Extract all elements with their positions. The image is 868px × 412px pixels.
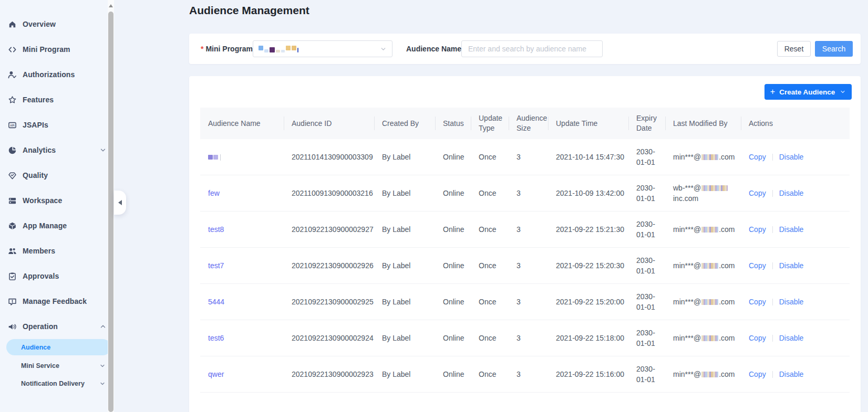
api-icon: API [8,121,17,130]
actions-cell: CopyDisable [741,369,850,379]
disable-link[interactable]: Disable [779,225,804,234]
sidebar-item-jsapis[interactable]: APIJSAPIs [0,112,114,138]
sidebar-item-overview[interactable]: Overview [0,12,114,37]
audience-id-cell: 20210922130900002925 [284,297,374,307]
expiry-date-cell: 2030-01-01 [628,328,665,348]
status-cell: Online [435,260,471,271]
last-modified-by-cell: min***@.com [665,260,741,271]
sidebar-subitem-audience[interactable]: Audience [6,339,111,355]
action-divider [772,299,773,305]
copy-link[interactable]: Copy [749,225,766,234]
pie-icon [8,146,17,155]
chevron-down-icon [99,363,106,369]
reset-button[interactable]: Reset [777,41,811,57]
mini-program-select[interactable] [253,40,392,57]
disable-link[interactable]: Disable [779,153,804,161]
sidebar-item-quality[interactable]: Quality [0,163,114,188]
audience-name-link[interactable]: qwer [208,370,224,378]
star-icon [8,96,17,104]
disable-link[interactable]: Disable [779,370,804,378]
disable-link[interactable]: Disable [779,334,804,342]
sidebar-subitem-mini-service[interactable]: Mini Service [0,357,114,375]
copy-link[interactable]: Copy [749,334,766,342]
copy-link[interactable]: Copy [749,298,766,306]
scroll-up-icon[interactable] [109,4,113,7]
disable-link[interactable]: Disable [779,298,804,306]
sidebar-item-label: JSAPIs [23,121,48,129]
sidebar-item-app-manage[interactable]: App Manage [0,213,114,238]
column-header-status: Status [435,113,471,134]
created-by-cell: By Label [374,152,435,162]
sidebar-nav: OverviewMini ProgramAuthorizationsFeatur… [0,0,114,393]
audience-name-cell: qwer [200,369,284,379]
sidebar-item-label: App Manage [23,221,67,230]
audience-name-cell: few [200,188,284,198]
sidebar-item-label: Workspace [23,196,62,205]
update-time-cell: 2021-10-09 13:42:00 [548,188,628,198]
users-icon [8,247,17,256]
sidebar-item-mini-program[interactable]: Mini Program [0,37,114,62]
redacted-email-domain [701,299,718,305]
update-type-cell: Once [471,297,509,307]
sidebar-collapse-handle[interactable] [114,191,126,215]
sidebar-item-analytics[interactable]: Analytics [0,138,114,163]
last-modified-by-cell: wb-***@inc.com [665,183,741,204]
sidebar-item-workspace[interactable]: Workspace [0,188,114,213]
update-time-cell: 2021-09-22 15:18:00 [548,333,628,343]
sidebar-item-label: Approvals [23,272,59,280]
update-time-cell: 2021-09-22 15:16:00 [548,369,628,379]
audience-name-link[interactable]: test6 [208,334,224,342]
search-button[interactable]: Search [815,41,853,57]
update-time-cell: 2021-09-22 15:21:30 [548,224,628,235]
sidebar-item-authorizations[interactable]: Authorizations [0,62,114,87]
created-by-cell: By Label [374,297,435,307]
expiry-date-cell: 2030-01-01 [628,291,665,312]
update-type-cell: Once [471,260,509,271]
sidebar-item-members[interactable]: Members [0,238,114,263]
sidebar-item-manage-feedback[interactable]: Manage Feedback [0,289,114,314]
update-time-cell: 2021-09-22 15:20:30 [548,260,628,271]
copy-link[interactable]: Copy [749,153,766,161]
sidebar-item-label: Authorizations [23,70,75,79]
sidebar-item-approvals[interactable]: Approvals [0,263,114,289]
audience-name-link[interactable]: few [208,189,220,197]
copy-link[interactable]: Copy [749,370,766,378]
audience-name-input[interactable] [461,40,603,57]
disable-link[interactable]: Disable [779,261,804,270]
chevron-down-icon [99,146,107,154]
sidebar-subitem-label: Mini Service [21,362,59,369]
create-audience-button[interactable]: + Create Audience [764,84,852,100]
expiry-date-cell: 2030-01-01 [628,255,665,276]
server-icon [8,196,17,205]
audience-name-link[interactable]: test7 [208,261,224,270]
created-by-cell: By Label [374,333,435,343]
action-divider [772,335,773,342]
sidebar-subitem-notification-delivery[interactable]: Notification Delivery [0,375,114,393]
update-type-cell: Once [471,188,509,198]
column-header-audience-id: Audience ID [284,113,374,134]
update-type-cell: Once [471,224,509,235]
redacted-email-domain [701,185,728,191]
audience-name-link[interactable]: 5444 [208,298,224,306]
sidebar-item-operation[interactable]: Operation [0,314,114,339]
table-row: qwer20210922130900002923By LabelOnlineOn… [200,356,850,393]
expiry-date-cell: 2030-01-01 [628,219,665,240]
sidebar-subitem-label: Audience [21,344,50,351]
scrollbar-thumb[interactable] [108,12,113,412]
actions-cell: CopyDisable [741,333,850,343]
status-cell: Online [435,333,471,343]
actions-cell: CopyDisable [741,152,850,162]
table-row: 544420210922130900002925By LabelOnlineOn… [200,284,850,320]
chevron-down-icon [380,46,387,52]
audience-name-link[interactable]: test8 [208,225,224,234]
redacted-email-domain [701,372,718,377]
svg-text:API: API [10,124,15,126]
sidebar-item-features[interactable]: Features [0,87,114,112]
copy-link[interactable]: Copy [749,189,766,197]
disable-link[interactable]: Disable [779,189,804,197]
redacted-email-domain [701,227,718,233]
sidebar-scrollbar[interactable] [108,0,114,412]
home-icon [8,20,17,29]
copy-link[interactable]: Copy [749,261,766,270]
expiry-date-cell: 2030-01-01 [628,364,665,385]
